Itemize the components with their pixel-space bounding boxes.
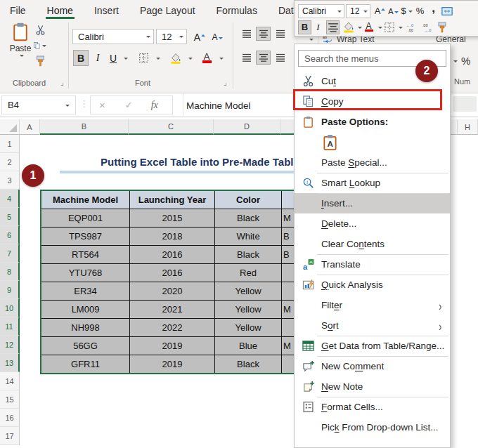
table-cell[interactable]: YTU768 (41, 264, 129, 282)
mini-format-painter-icon[interactable] (435, 20, 448, 34)
table-cell[interactable]: 2020 (130, 282, 214, 300)
table-cell[interactable]: 2021 (130, 301, 214, 318)
tab-insert[interactable]: Insert (93, 5, 120, 19)
table-cell[interactable]: 56GG (41, 337, 129, 355)
font-name-select[interactable]: Calibri (72, 29, 154, 44)
merge-center-icon[interactable] (440, 4, 453, 18)
menu-item-insert[interactable]: Insert... (295, 193, 450, 213)
mini-percent-button[interactable]: % (413, 4, 427, 18)
row-header-9[interactable]: 9 (0, 281, 20, 299)
mini-align-center-icon[interactable] (326, 20, 340, 34)
menu-item-delete[interactable]: Delete... (295, 213, 450, 234)
table-cell[interactable]: ER34 (41, 282, 129, 300)
mini-font-color-caret-icon[interactable] (375, 20, 382, 34)
font-size-select[interactable]: 12 (156, 29, 187, 44)
table-cell[interactable]: 2019 (130, 337, 214, 355)
copy-pages-icon[interactable] (34, 39, 46, 51)
table-cell[interactable]: Blue (215, 337, 281, 355)
table-cell[interactable]: NH998 (41, 319, 129, 336)
menu-item-new-comment[interactable]: New Comment (295, 356, 450, 376)
row-header-12[interactable]: 12 (0, 336, 20, 354)
table-cell[interactable]: White (215, 228, 281, 245)
menu-item-clear-contents[interactable]: Clear Contents (295, 234, 450, 254)
grow-font-button[interactable]: A (191, 29, 208, 45)
row-header-6[interactable]: 6 (0, 226, 20, 244)
table-header-cell-color[interactable]: Color (215, 191, 281, 209)
bold-button[interactable]: B (73, 50, 89, 66)
table-cell[interactable]: EQP001 (41, 209, 129, 227)
cut-scissors-icon[interactable] (34, 24, 46, 36)
row-header-13[interactable]: 13 (0, 354, 20, 372)
table-cell[interactable]: Black (215, 246, 281, 263)
menu-item-paste-special[interactable]: Paste Special... (295, 152, 450, 173)
table-cell[interactable]: Red (215, 264, 281, 282)
row-header-17[interactable]: 17 (0, 427, 20, 445)
font-dialog-launcher-icon[interactable]: ⌟ (224, 79, 227, 86)
table-cell[interactable]: Black (215, 209, 281, 227)
mini-italic-button[interactable]: I (311, 20, 325, 34)
paste-button[interactable]: Paste (6, 22, 35, 75)
table-cell[interactable]: RT564 (41, 246, 129, 263)
mini-font-color-button[interactable]: A (362, 20, 375, 34)
mini-bold-button[interactable]: B (298, 20, 311, 34)
percent-style-button[interactable]: % (451, 55, 470, 67)
select-all-corner[interactable] (0, 119, 20, 135)
table-cell[interactable]: 2015 (130, 209, 214, 227)
tab-formulas[interactable]: Formulas (215, 5, 259, 19)
column-header-c[interactable]: C (129, 119, 214, 135)
cancel-icon[interactable]: × (99, 99, 105, 111)
mini-borders-icon[interactable] (382, 20, 396, 34)
table-header-cell-machine-model[interactable]: Machine Model (41, 191, 129, 209)
mini-font-name-select[interactable]: Calibri (298, 4, 344, 18)
column-header-a[interactable]: A (20, 119, 40, 135)
shrink-font-button[interactable]: A (209, 29, 225, 45)
table-cell[interactable]: Yellow (215, 319, 281, 336)
font-color-caret-icon[interactable] (216, 50, 224, 66)
decrease-decimal-icon[interactable]: ←.0.00 (403, 20, 419, 34)
row-header-5[interactable]: 5 (0, 208, 20, 226)
mini-grow-font-button[interactable]: A (373, 4, 387, 18)
table-cell[interactable]: TPS987 (41, 228, 129, 245)
formula-input[interactable]: Machine Model (183, 93, 251, 117)
row-header-2[interactable]: 2 (0, 153, 20, 171)
table-cell[interactable]: 2016 (130, 246, 214, 263)
row-header-16[interactable]: 16 (0, 409, 20, 427)
column-header-h[interactable]: H (458, 119, 478, 135)
tab-home[interactable]: Home (46, 5, 75, 19)
enter-icon[interactable]: ✓ (125, 100, 133, 110)
row-header-4[interactable]: 4 (0, 190, 20, 208)
menu-item-format-cells[interactable]: Format Cells... (295, 397, 450, 417)
menu-item-pick-from-drop-down-list[interactable]: Pick From Drop-down List... (295, 417, 450, 437)
row-header-3[interactable]: 3 (0, 171, 20, 190)
row-header-1[interactable]: 1 (0, 135, 20, 153)
mini-fill-color-icon[interactable] (342, 20, 355, 34)
name-box[interactable]: B4 (1, 95, 76, 114)
align-bottom-icon[interactable] (273, 27, 288, 41)
menu-item-sort[interactable]: Sort› (295, 315, 450, 336)
row-header-10[interactable]: 10 (0, 299, 20, 317)
mini-fill-caret-icon[interactable] (355, 20, 362, 34)
clipboard-dialog-launcher-icon[interactable]: ⌟ (60, 79, 64, 86)
align-middle-icon[interactable] (256, 27, 271, 41)
table-cell[interactable]: Yellow (215, 301, 281, 318)
table-cell[interactable]: 2016 (130, 264, 214, 282)
table-cell[interactable]: LM009 (41, 301, 129, 318)
align-center-icon[interactable] (256, 51, 271, 65)
table-cell[interactable]: Black (215, 355, 281, 373)
table-cell[interactable]: 2019 (130, 355, 214, 373)
formula-bar-grip-icon[interactable]: ⋮ (79, 98, 88, 109)
insert-function-icon[interactable]: fx (151, 100, 158, 111)
borders-caret-icon[interactable] (153, 50, 161, 66)
table-cell[interactable]: 2018 (130, 228, 214, 245)
align-top-icon[interactable] (239, 27, 254, 41)
table-header-cell-launching-year[interactable]: Launching Year (130, 191, 214, 209)
increase-decimal-icon[interactable]: .00→.0 (419, 20, 435, 34)
row-header-11[interactable]: 11 (0, 317, 20, 336)
mini-comma-style-button[interactable]: , (427, 4, 440, 18)
table-cell[interactable]: Yellow (215, 282, 281, 300)
menu-item-paste-options[interactable]: Paste Options: (295, 112, 450, 132)
mini-borders-caret-icon[interactable] (396, 20, 403, 34)
menu-item-quick-analysis[interactable]: Quick Analysis (295, 275, 450, 295)
borders-button[interactable] (135, 50, 152, 66)
format-painter-icon[interactable] (34, 55, 46, 67)
